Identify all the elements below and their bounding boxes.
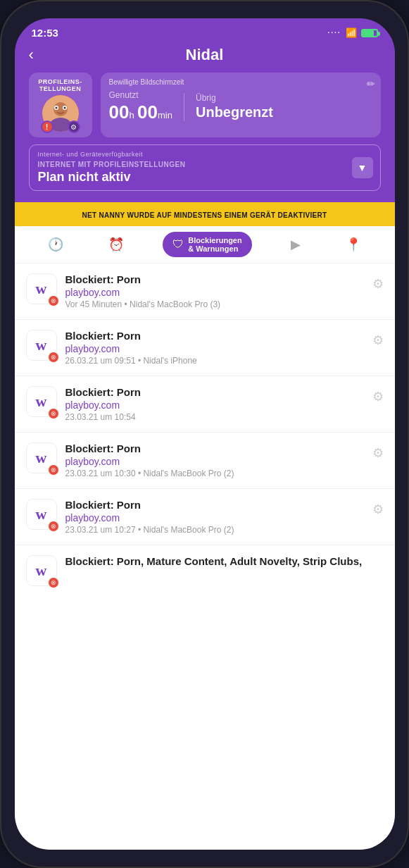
site-icon: w ⊗ [26, 273, 57, 304]
block-badge: ⊗ [48, 521, 59, 532]
list-item: w ⊗ Blockiert: Porn playboy.com 23.03.21… [15, 376, 395, 433]
item-title: Blockiert: Porn, Mature Content, Adult N… [65, 555, 384, 567]
tab-blocking-label: Blockierungen& Warnungen [188, 236, 241, 253]
list-item: w ⊗ Blockiert: Porn playboy.com 23.03.21… [15, 433, 395, 489]
item-title: Blockiert: Porn [65, 442, 364, 454]
item-meta: 23.03.21 um 10:54 [65, 412, 364, 422]
list-item: w ⊗ Blockiert: Porn playboy.com Vor 45 M… [15, 264, 395, 320]
item-content: Blockiert: Porn playboy.com 23.03.21 um … [65, 386, 364, 422]
site-letter: w [36, 280, 47, 298]
item-gear-icon[interactable]: ⚙ [372, 499, 384, 517]
profile-settings-label: PROFILEINS-TELLUNGEN [38, 78, 82, 92]
tab-video[interactable]: ▶ [285, 234, 306, 255]
site-letter: w [36, 392, 47, 411]
svg-point-5 [55, 107, 57, 109]
status-icons: ···· 📶 [327, 27, 377, 38]
schedule-icon: ⏰ [108, 237, 124, 252]
edit-button[interactable]: ✏ [367, 78, 375, 89]
item-title: Blockiert: Porn [65, 499, 364, 511]
clock: 12:53 [32, 27, 58, 39]
item-content: Blockiert: Porn playboy.com 23.03.21 um … [65, 499, 364, 535]
profile-settings-box[interactable]: PROFILEINS-TELLUNGEN [29, 73, 92, 137]
block-badge: ⊗ [48, 408, 59, 419]
item-meta: 26.03.21 um 09:51 • Nidal's iPhone [65, 356, 364, 366]
used-minutes: 00 [137, 101, 158, 123]
item-url[interactable]: playboy.com [65, 343, 364, 354]
site-icon: w ⊗ [26, 386, 57, 417]
tab-bar: 🕐 ⏰ 🛡 Blockierungen& Warnungen ▶ 📍 [15, 226, 395, 264]
block-badge: ⊗ [48, 352, 59, 363]
item-gear-icon[interactable]: ⚙ [372, 386, 384, 404]
item-url[interactable]: playboy.com [65, 399, 364, 411]
site-letter: w [36, 449, 47, 467]
warning-text: NET NANNY WURDE AUF MINDESTENS EINEM GER… [82, 211, 327, 219]
block-badge: ⊗ [48, 577, 59, 588]
location-icon: 📍 [346, 237, 361, 252]
signal-dots: ···· [327, 29, 341, 37]
tab-blocking[interactable]: 🛡 Blockierungen& Warnungen [163, 232, 251, 257]
used-col: Genutzt 00h 00min [109, 90, 172, 123]
tab-activity[interactable]: 🕐 [42, 234, 69, 255]
internet-box: Internet- und Geräteverfügbarkeit INTERN… [29, 144, 381, 191]
screen-time-label: Bewilligte Bildschirmzeit [109, 78, 372, 86]
status-bar: 12:53 ···· 📶 [15, 18, 395, 43]
blocking-icon: 🛡 [172, 238, 184, 251]
site-letter: w [36, 505, 47, 523]
item-gear-icon[interactable]: ⚙ [372, 273, 384, 292]
alert-badge: ! [41, 120, 54, 133]
site-icon: w ⊗ [26, 442, 57, 473]
internet-dropdown-button[interactable]: ▼ [352, 157, 373, 178]
item-meta: Vor 45 Minuten • Nidal's MacBook Pro (3) [65, 299, 364, 309]
video-icon: ▶ [291, 237, 301, 252]
list-item: w ⊗ Blockiert: Porn playboy.com 26.03.21… [15, 320, 395, 376]
app-header: ‹ Nidal PROFILEINS-TELLUNGEN [15, 43, 395, 202]
block-badge: ⊗ [48, 295, 59, 306]
internet-box-sublabel: INTERNET MIT PROFILEINSTELLUNGEN [38, 161, 372, 168]
item-url[interactable]: playboy.com [65, 287, 364, 298]
content-list: w ⊗ Blockiert: Porn playboy.com Vor 45 M… [15, 264, 395, 850]
phone-shell: 12:53 ···· 📶 ‹ Nidal PROFILEINS-TELLUNGE… [0, 0, 409, 868]
site-icon: w ⊗ [26, 499, 57, 530]
item-content: Blockiert: Porn playboy.com Vor 45 Minut… [65, 273, 364, 309]
item-title: Blockiert: Porn [65, 330, 364, 342]
remaining-value: Unbegrenzt [196, 104, 273, 120]
nav-row: ‹ Nidal [29, 46, 381, 64]
site-icon: w ⊗ [26, 330, 57, 361]
svg-point-6 [63, 107, 65, 109]
item-content: Blockiert: Porn, Mature Content, Adult N… [65, 555, 384, 569]
item-meta: 23.03.21 um 10:30 • Nidal's MacBook Pro … [65, 469, 364, 478]
warning-banner: NET NANNY WURDE AUF MINDESTENS EINEM GER… [15, 202, 395, 226]
phone-screen: 12:53 ···· 📶 ‹ Nidal PROFILEINS-TELLUNGE… [15, 18, 395, 850]
minutes-unit: min [158, 110, 172, 120]
list-item: w ⊗ Blockiert: Porn, Mature Content, Adu… [15, 545, 395, 596]
tab-location[interactable]: 📍 [340, 234, 367, 255]
remaining-label: Übrig [196, 93, 273, 103]
time-divider [184, 93, 184, 121]
back-button[interactable]: ‹ [29, 46, 34, 64]
profile-section: PROFILEINS-TELLUNGEN [29, 73, 381, 137]
site-icon: w ⊗ [26, 555, 57, 586]
list-item: w ⊗ Blockiert: Porn playboy.com 23.03.21… [15, 489, 395, 545]
activity-icon: 🕐 [48, 237, 63, 252]
item-title: Blockiert: Porn [65, 273, 364, 285]
internet-box-value: Plan nicht aktiv [38, 170, 372, 185]
profile-gear-icon[interactable]: ⚙ [68, 120, 80, 133]
item-content: Blockiert: Porn playboy.com 26.03.21 um … [65, 330, 364, 366]
item-content: Blockiert: Porn playboy.com 23.03.21 um … [65, 442, 364, 478]
site-letter: w [36, 336, 47, 354]
hours-unit: h [129, 110, 134, 120]
used-hours: 00 [109, 101, 130, 123]
used-label: Genutzt [109, 90, 172, 100]
item-gear-icon[interactable]: ⚙ [372, 330, 384, 348]
screen-time-box: Bewilligte Bildschirmzeit Genutzt 00h 00… [101, 73, 381, 137]
avatar-container: ! ⚙ [42, 95, 79, 132]
tab-schedule[interactable]: ⏰ [103, 234, 130, 255]
wifi-icon: 📶 [346, 27, 357, 38]
battery-icon [361, 29, 378, 37]
item-url[interactable]: playboy.com [65, 512, 364, 523]
item-url[interactable]: playboy.com [65, 456, 364, 467]
site-letter: w [36, 562, 47, 580]
item-meta: 23.03.21 um 10:27 • Nidal's MacBook Pro … [65, 525, 364, 535]
item-gear-icon[interactable]: ⚙ [372, 442, 384, 461]
remaining-col: Übrig Unbegrenzt [196, 93, 273, 120]
